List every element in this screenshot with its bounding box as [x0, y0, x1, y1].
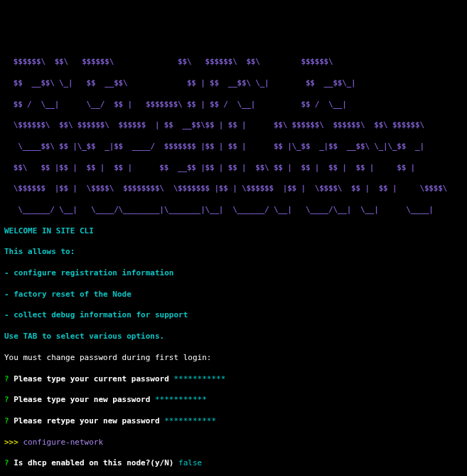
ascii-art-line: $$\ $$ |$$ | $$ | $$ | $$ __$$ |$$ | $$ …: [4, 163, 463, 174]
ascii-art-line: $$ / \__| \__/ $$ | $$$$$$$\ $$ | $$ / \…: [4, 100, 463, 110]
command-text: configure-network: [23, 438, 104, 447]
welcome-allows: This allows to:: [4, 247, 463, 258]
password-prompt-new: ? Please type your new password ********…: [4, 395, 463, 406]
welcome-bullet: - configure registration information: [4, 268, 463, 279]
welcome-title: WELCOME IN SITE CLI: [4, 226, 463, 237]
question-mark-icon: ?: [4, 374, 9, 384]
ascii-art-line: $$$$$$\ $$\ $$$$$$\ $$\ $$$$$$\ $$\ $$$$…: [4, 57, 463, 68]
tab-hint: Use TAB to select various options.: [4, 332, 463, 342]
ascii-art-line: \$$$$$$\ $$\ $$$$$$\ $$$$$$ | $$ __$$\$$…: [4, 120, 463, 131]
prompt-dhcp: ? Is dhcp enabled on this node?(y/N) fal…: [4, 458, 463, 469]
ascii-art-line: \______/ \__| \____/\________|\_______|\…: [4, 205, 463, 216]
ascii-art-line: $$ __$$\ \_| $$ __$$\ $$ | $$ __$$\ \_| …: [4, 78, 463, 89]
repl-prompt: >>>: [4, 438, 23, 447]
question-mark-icon: ?: [4, 458, 9, 467]
question-mark-icon: ?: [4, 416, 9, 425]
login-note: You must change password during first lo…: [4, 353, 463, 364]
welcome-bullet: - factory reset of the Node: [4, 290, 463, 300]
command-line: >>> configure-network: [4, 438, 463, 448]
ascii-art-line: \$$$$$$ |$$ | \$$$$\ $$$$$$$$\ \$$$$$$$ …: [4, 184, 463, 194]
password-prompt-current: ? Please type your current password ****…: [4, 374, 463, 385]
welcome-bullet: - collect debug information for support: [4, 310, 463, 321]
question-mark-icon: ?: [4, 395, 9, 404]
ascii-art-line: \____$$\ $$ |\_$$ _|$$ ____/ $$$$$$$ |$$…: [4, 142, 463, 152]
password-prompt-retype: ? Please retype your new password ******…: [4, 416, 463, 427]
terminal-output: $$$$$$\ $$\ $$$$$$\ $$\ $$$$$$\ $$\ $$$$…: [4, 46, 463, 476]
